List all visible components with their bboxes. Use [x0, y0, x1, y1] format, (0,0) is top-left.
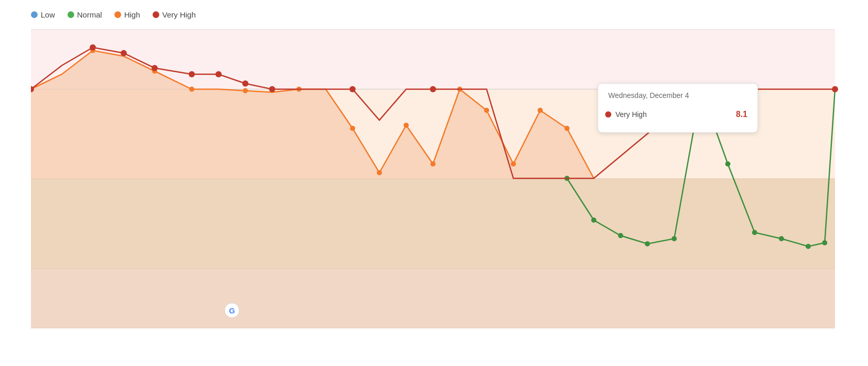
legend-item-very-high: Very High — [153, 10, 196, 19]
dot-normal-10 — [822, 240, 827, 245]
dot-high-4 — [243, 88, 248, 93]
legend-dot-very-high — [153, 11, 159, 18]
dot-normal-9 — [806, 244, 811, 249]
legend-dot-normal — [68, 11, 74, 18]
dot-high-14 — [564, 126, 570, 131]
dot-high-11 — [484, 108, 489, 113]
dot-high-3 — [189, 87, 194, 92]
tooltip-series-label: Very High — [615, 110, 647, 119]
dot-normal-6 — [725, 161, 730, 167]
legend-item-low: Low — [31, 10, 55, 19]
chart-container: Low Normal High Very High 10 — [0, 0, 868, 366]
dot-normal-3 — [645, 241, 650, 246]
dot-vhigh-7 — [269, 86, 275, 92]
dot-normal-4 — [672, 236, 677, 241]
dot-high-9 — [430, 161, 436, 167]
dot-high-6 — [350, 126, 355, 131]
dot-normal-8 — [779, 236, 784, 241]
chart-svg: 10 8 5 2 0 — [31, 29, 856, 328]
dot-vhigh-6 — [242, 80, 248, 87]
legend-label-low: Low — [41, 10, 55, 19]
dot-high-8 — [404, 123, 409, 128]
legend-label-normal: Normal — [77, 10, 102, 19]
legend-item-normal: Normal — [68, 10, 102, 19]
dot-high-12 — [511, 161, 516, 167]
tooltip-value: 8.1 — [736, 110, 747, 119]
dot-normal-7 — [752, 230, 757, 235]
tooltip-series-dot — [605, 111, 611, 118]
dot-vhigh-8 — [349, 86, 356, 92]
dot-normal-2 — [618, 233, 623, 238]
legend-dot-high — [114, 11, 121, 18]
dot-vhigh-4 — [189, 71, 195, 77]
dot-high-13 — [538, 108, 543, 113]
google-icon: G — [229, 306, 235, 315]
dot-normal-1 — [591, 218, 596, 223]
dot-high-7 — [377, 170, 382, 175]
legend-dot-low — [31, 11, 38, 18]
legend-label-high: High — [124, 10, 140, 19]
dot-vhigh-1 — [90, 44, 96, 51]
dot-vhigh-9 — [430, 86, 436, 92]
dot-vhigh-3 — [152, 65, 158, 71]
dot-vhigh-2 — [121, 50, 127, 56]
legend: Low Normal High Very High — [31, 10, 858, 19]
legend-label-very-high: Very High — [162, 10, 196, 19]
tooltip-date: Wednesday, December 4 — [608, 91, 689, 99]
dot-vhigh-last — [832, 86, 838, 92]
legend-item-high: High — [114, 10, 140, 19]
dot-vhigh-5 — [215, 71, 222, 77]
